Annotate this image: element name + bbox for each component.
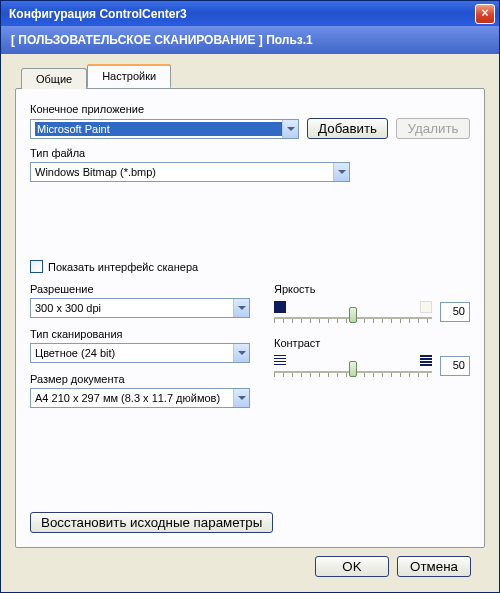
close-icon[interactable]: × xyxy=(475,4,495,24)
ok-button[interactable]: OK xyxy=(315,556,389,577)
chevron-down-icon xyxy=(233,344,249,362)
tab-settings[interactable]: Настройки xyxy=(87,64,171,88)
header-text: [ ПОЛЬЗОВАТЕЛЬСКОЕ СКАНИРОВАНИЕ ] Польз.… xyxy=(11,33,313,47)
brightness-slider[interactable] xyxy=(274,301,432,323)
brightness-thumb[interactable] xyxy=(349,307,357,323)
cancel-button[interactable]: Отмена xyxy=(397,556,471,577)
chevron-down-icon xyxy=(333,163,349,181)
target-app-label: Конечное приложение xyxy=(30,103,470,115)
delete-button: Удалить xyxy=(396,118,470,139)
titlebar: Конфигурация ControlCenter3 × xyxy=(1,1,499,26)
file-type-value: Windows Bitmap (*.bmp) xyxy=(35,166,156,178)
brightness-label: Яркость xyxy=(274,283,470,295)
scan-type-label: Тип сканирования xyxy=(30,328,250,340)
chevron-down-icon xyxy=(282,120,298,138)
file-type-label: Тип файла xyxy=(30,147,470,159)
content-area: Общие Настройки Конечное приложение Micr… xyxy=(1,54,499,592)
tab-general[interactable]: Общие xyxy=(21,68,87,89)
brightness-dark-icon xyxy=(274,301,286,313)
brightness-value[interactable]: 50 xyxy=(440,302,470,322)
target-app-select[interactable]: Microsoft Paint xyxy=(30,119,299,139)
show-scanner-ui-checkbox[interactable] xyxy=(30,260,43,273)
file-type-select[interactable]: Windows Bitmap (*.bmp) xyxy=(30,162,350,182)
scan-type-value: Цветное (24 bit) xyxy=(35,347,115,359)
resolution-label: Разрешение xyxy=(30,283,250,295)
contrast-high-icon xyxy=(420,355,432,367)
show-scanner-ui-label: Показать интерфейс сканера xyxy=(48,261,198,273)
header-bar: [ ПОЛЬЗОВАТЕЛЬСКОЕ СКАНИРОВАНИЕ ] Польз.… xyxy=(1,26,499,54)
resolution-value: 300 x 300 dpi xyxy=(35,302,101,314)
window-title: Конфигурация ControlCenter3 xyxy=(9,7,475,21)
scan-type-select[interactable]: Цветное (24 bit) xyxy=(30,343,250,363)
restore-defaults-button[interactable]: Восстановить исходные параметры xyxy=(30,512,273,533)
chevron-down-icon xyxy=(233,299,249,317)
contrast-low-icon xyxy=(274,355,286,367)
brightness-light-icon xyxy=(420,301,432,313)
dialog-footer: OK Отмена xyxy=(15,548,485,577)
tab-strip: Общие Настройки xyxy=(21,64,485,88)
doc-size-label: Размер документа xyxy=(30,373,250,385)
dialog-window: Конфигурация ControlCenter3 × [ ПОЛЬЗОВА… xyxy=(0,0,500,593)
doc-size-select[interactable]: A4 210 x 297 мм (8.3 x 11.7 дюймов) xyxy=(30,388,250,408)
resolution-select[interactable]: 300 x 300 dpi xyxy=(30,298,250,318)
contrast-slider[interactable] xyxy=(274,355,432,377)
target-app-value: Microsoft Paint xyxy=(35,122,282,136)
doc-size-value: A4 210 x 297 мм (8.3 x 11.7 дюймов) xyxy=(35,392,220,404)
contrast-label: Контраст xyxy=(274,337,470,349)
contrast-value[interactable]: 50 xyxy=(440,356,470,376)
chevron-down-icon xyxy=(233,389,249,407)
tab-page-settings: Конечное приложение Microsoft Paint Доба… xyxy=(15,88,485,548)
add-button[interactable]: Добавить xyxy=(307,118,388,139)
contrast-thumb[interactable] xyxy=(349,361,357,377)
